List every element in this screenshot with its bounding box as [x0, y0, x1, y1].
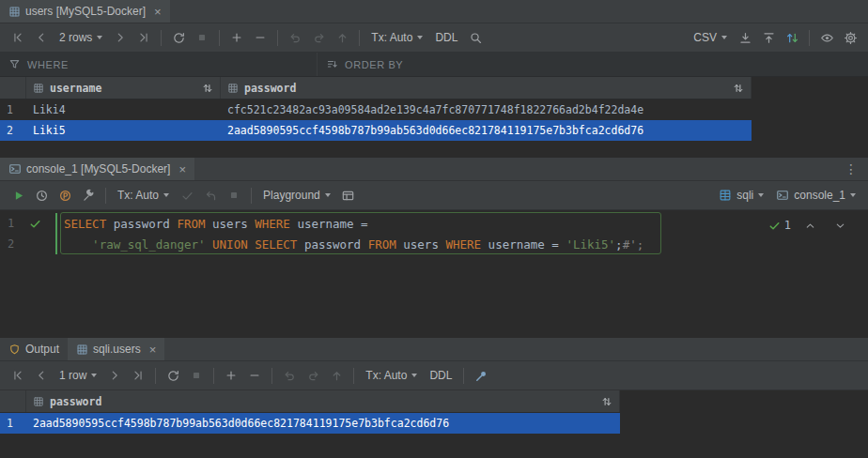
run-icon[interactable] [7, 185, 29, 206]
sort-icon[interactable] [202, 83, 213, 94]
sort-icon[interactable] [733, 83, 744, 94]
profiler-icon[interactable] [54, 185, 76, 206]
submit-changes-icon[interactable] [325, 365, 348, 386]
table-row-selected[interactable]: 2 Liki5 2aad5890595ccf4598b787b99ab563d0… [0, 120, 752, 141]
add-row-icon[interactable] [220, 365, 242, 386]
previous-page-icon[interactable] [30, 365, 53, 386]
tab-close-icon[interactable]: × [178, 163, 186, 176]
chevron-down-icon [850, 193, 856, 197]
tx-mode-dropdown[interactable]: Tx: Auto [365, 27, 428, 48]
last-page-icon[interactable] [132, 27, 155, 48]
add-row-icon[interactable] [225, 27, 248, 48]
submit-changes-icon[interactable] [331, 27, 353, 48]
playground-dropdown[interactable]: Playground [257, 185, 336, 206]
stop-icon[interactable] [191, 27, 213, 48]
tx-mode-dropdown[interactable]: Tx: Auto [360, 365, 423, 386]
table-row[interactable]: 1 Liki4 cfc521c23482ac93a09584ad2e139c4a… [0, 99, 752, 120]
chevron-down-icon [721, 36, 727, 39]
previous-statement-icon[interactable] [798, 215, 821, 236]
statement-success-icon [21, 218, 49, 230]
first-page-icon[interactable] [7, 27, 29, 48]
undo-icon[interactable] [284, 27, 306, 48]
tab-close-icon[interactable]: × [154, 6, 162, 18]
rollback-icon[interactable] [199, 185, 222, 206]
column-header-password[interactable]: password [221, 77, 752, 99]
cell-username[interactable]: Liki4 [26, 99, 221, 120]
tab-users-label: users [MySQL5-Docker] [25, 5, 146, 18]
reload-data-icon[interactable] [162, 365, 184, 386]
export-data-icon[interactable] [734, 27, 756, 48]
reload-data-icon[interactable] [167, 27, 190, 48]
sql-line: 1 SELECT password FROM users WHERE usern… [0, 213, 868, 234]
commit-icon[interactable] [176, 185, 198, 206]
sql-token: UNION [212, 237, 248, 252]
delete-row-icon[interactable] [249, 27, 271, 48]
table-grid-icon [8, 6, 21, 18]
sync-icon[interactable] [781, 27, 803, 48]
first-page-icon[interactable] [7, 365, 29, 386]
sql-token: #'; [623, 237, 644, 252]
executed-statement-count: 1 [784, 219, 791, 232]
csv-format-dropdown[interactable]: CSV [688, 27, 733, 48]
column-header-password[interactable]: password [26, 390, 620, 412]
sql-token: FROM [368, 237, 396, 252]
query-history-icon[interactable] [30, 185, 53, 206]
sql-token: WHERE [255, 217, 290, 231]
cell-password[interactable]: cfc521c23482ac93a09584ad2e139c4a7fc87077… [221, 99, 752, 120]
next-page-icon[interactable] [103, 365, 126, 386]
next-statement-icon[interactable] [829, 215, 851, 236]
tab-console[interactable]: console_1 [MySQL5-Docker] × [0, 158, 194, 180]
sql-editor[interactable]: 1 SELECT password FROM users WHERE usern… [0, 210, 868, 338]
revert-changes-icon[interactable] [307, 27, 330, 48]
sql-code[interactable]: SELECT password FROM users WHERE usernam… [49, 217, 368, 231]
settings-gear-icon[interactable] [839, 27, 861, 48]
undo-icon[interactable] [278, 365, 301, 386]
tab-close-icon[interactable]: × [149, 344, 157, 356]
toolbar-separator [251, 188, 252, 204]
column-header-username[interactable]: username [26, 77, 221, 99]
schema-dropdown[interactable]: sqli [713, 185, 769, 206]
cell-password[interactable]: 2aad5890595ccf4598b787b99ab563d0d66ec821… [221, 120, 752, 141]
sql-token: username = [290, 217, 368, 231]
sort-icon[interactable] [601, 396, 612, 407]
order-by-field[interactable]: ORDER BY [317, 53, 868, 76]
wrench-icon[interactable] [77, 185, 100, 206]
page-size-dropdown[interactable]: 2 rows [54, 27, 108, 48]
ddl-button[interactable]: DDL [429, 27, 463, 48]
result-toolbar: 1 row Tx: Auto DDL [0, 361, 868, 390]
console-dropdown[interactable]: console_1 [770, 185, 861, 206]
tx-mode-dropdown[interactable]: Tx: Auto [112, 185, 175, 206]
sql-code[interactable]: 'raw_sql_danger' UNION SELECT password F… [49, 237, 643, 252]
stop-icon[interactable] [185, 365, 208, 386]
revert-changes-icon[interactable] [302, 365, 324, 386]
toolbar-separator [161, 30, 162, 46]
page-size-dropdown[interactable]: 1 row [54, 365, 102, 386]
where-clause-field[interactable]: WHERE [0, 53, 317, 76]
last-page-icon[interactable] [127, 365, 149, 386]
tab-users-table[interactable]: users [MySQL5-Docker] × [0, 0, 170, 23]
search-icon[interactable] [464, 27, 487, 48]
import-data-icon[interactable] [757, 27, 780, 48]
column-grid-icon [33, 396, 44, 407]
cell-username[interactable]: Liki5 [26, 120, 221, 141]
row-number: 1 [0, 413, 26, 434]
sql-token: FROM [177, 217, 205, 231]
result-tab-bar: Output sqli.users × [0, 338, 868, 361]
more-options-icon[interactable]: ⋮ [834, 158, 868, 180]
tab-result-grid[interactable]: sqli.users × [68, 338, 164, 360]
cell-password[interactable]: 2aad5890595ccf4598b787b99ab563d0d66ec821… [26, 413, 620, 434]
pin-tab-icon[interactable] [470, 365, 492, 386]
eye-icon[interactable] [815, 27, 838, 48]
next-page-icon[interactable] [109, 27, 132, 48]
line-number: 1 [0, 217, 21, 230]
tab-result-label: sqli.users [93, 343, 141, 356]
output-layout-icon[interactable] [337, 185, 360, 206]
toolbar-separator [277, 30, 278, 46]
grid-header-row: password [0, 390, 620, 413]
previous-page-icon[interactable] [30, 27, 53, 48]
delete-row-icon[interactable] [243, 365, 266, 386]
tab-output[interactable]: Output [0, 338, 68, 360]
table-row-selected[interactable]: 1 2aad5890595ccf4598b787b99ab563d0d66ec8… [0, 413, 620, 434]
stop-icon[interactable] [223, 185, 245, 206]
ddl-button[interactable]: DDL [424, 365, 457, 386]
